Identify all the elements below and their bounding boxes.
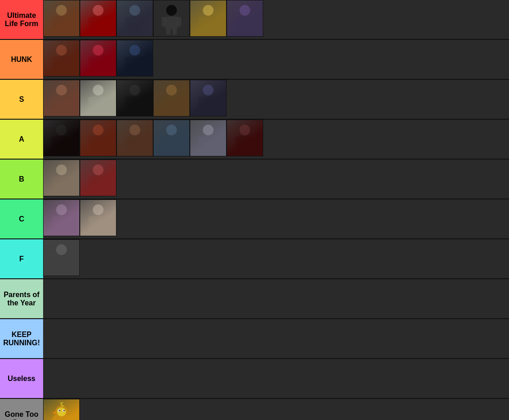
tier-content-b xyxy=(43,160,509,199)
svg-rect-118 xyxy=(239,148,244,155)
char-slot[interactable] xyxy=(80,40,116,77)
svg-rect-2 xyxy=(52,17,56,27)
tier-content-f xyxy=(43,239,509,278)
svg-rect-115 xyxy=(238,136,251,149)
svg-rect-142 xyxy=(93,228,97,234)
svg-point-54 xyxy=(56,85,66,95)
char-slot[interactable] xyxy=(227,0,263,37)
svg-rect-98 xyxy=(125,137,130,146)
char-slot[interactable] xyxy=(116,80,153,116)
svg-rect-89 xyxy=(62,148,67,155)
svg-rect-41 xyxy=(62,68,67,75)
char-slot[interactable] xyxy=(80,199,116,236)
tier-content-s xyxy=(43,80,509,119)
svg-rect-51 xyxy=(140,57,145,66)
svg-rect-131 xyxy=(99,188,104,194)
svg-point-132 xyxy=(56,204,66,215)
svg-rect-109 xyxy=(202,136,214,149)
char-slot[interactable] xyxy=(153,0,190,37)
svg-rect-123 xyxy=(67,177,72,186)
svg-rect-45 xyxy=(104,57,108,66)
svg-rect-117 xyxy=(250,137,255,146)
svg-rect-122 xyxy=(52,177,56,186)
char-slot[interactable] xyxy=(116,120,153,156)
svg-rect-116 xyxy=(235,137,240,146)
svg-rect-81 xyxy=(214,97,218,106)
char-slot[interactable] xyxy=(190,120,227,156)
svg-rect-99 xyxy=(140,137,145,146)
svg-rect-62 xyxy=(89,97,93,106)
svg-rect-9 xyxy=(104,17,108,27)
svg-rect-43 xyxy=(92,56,104,69)
char-slot[interactable] xyxy=(80,0,116,37)
char-slot[interactable] xyxy=(116,40,153,77)
svg-rect-26 xyxy=(199,17,203,27)
char-slot[interactable] xyxy=(43,199,80,236)
char-slot[interactable] xyxy=(190,80,227,116)
svg-rect-70 xyxy=(129,108,134,115)
tier-label-ultimate: Ultimate Life Form xyxy=(0,0,43,39)
char-slot[interactable] xyxy=(116,0,153,37)
svg-rect-52 xyxy=(129,68,134,75)
svg-rect-64 xyxy=(93,108,97,115)
svg-rect-1 xyxy=(55,17,67,29)
char-slot[interactable] xyxy=(80,120,116,156)
tier-content-ultimate xyxy=(43,0,509,39)
svg-point-144 xyxy=(56,244,66,255)
tier-label-useless: Useless xyxy=(0,359,43,398)
svg-point-24 xyxy=(203,5,213,16)
svg-rect-112 xyxy=(203,148,207,155)
char-slot[interactable] xyxy=(153,80,190,116)
char-slot[interactable] xyxy=(43,40,80,77)
svg-rect-67 xyxy=(128,96,141,109)
svg-rect-97 xyxy=(128,136,141,149)
char-slot[interactable] xyxy=(227,120,263,156)
char-slot[interactable] xyxy=(80,80,116,116)
svg-rect-33 xyxy=(250,17,255,27)
char-slot[interactable] xyxy=(43,80,80,116)
char-slot[interactable] xyxy=(43,120,80,156)
tier-content-useless xyxy=(43,359,509,398)
svg-rect-104 xyxy=(162,137,166,146)
svg-rect-71 xyxy=(136,108,140,115)
char-slot[interactable] xyxy=(43,239,80,276)
svg-point-152 xyxy=(57,408,66,417)
svg-point-156 xyxy=(59,410,61,411)
char-slot[interactable] xyxy=(80,160,116,196)
svg-rect-56 xyxy=(52,97,56,106)
svg-rect-105 xyxy=(177,137,182,146)
char-slot[interactable] xyxy=(153,120,190,156)
svg-rect-74 xyxy=(162,97,166,106)
svg-rect-86 xyxy=(52,137,56,146)
svg-rect-113 xyxy=(209,148,214,155)
svg-rect-5 xyxy=(62,28,67,35)
char-slot[interactable] xyxy=(190,0,227,37)
svg-rect-20 xyxy=(162,17,166,27)
svg-rect-82 xyxy=(203,108,207,115)
svg-rect-111 xyxy=(214,137,218,146)
char-slot[interactable] xyxy=(43,0,80,37)
tier-label-c: C xyxy=(0,199,43,238)
tier-row-parents: Parents of the Year xyxy=(0,279,509,319)
svg-rect-106 xyxy=(166,148,171,155)
svg-rect-128 xyxy=(89,177,93,186)
svg-rect-38 xyxy=(52,57,56,66)
svg-rect-94 xyxy=(93,148,97,155)
svg-point-108 xyxy=(203,125,213,135)
svg-point-78 xyxy=(203,85,213,95)
tier-content-c xyxy=(43,199,509,238)
svg-rect-65 xyxy=(99,108,104,115)
svg-point-0 xyxy=(56,5,66,16)
svg-point-84 xyxy=(56,125,66,135)
svg-rect-49 xyxy=(128,56,141,69)
char-slot[interactable] xyxy=(43,160,80,196)
svg-rect-21 xyxy=(177,17,182,27)
svg-rect-75 xyxy=(177,97,182,106)
svg-rect-85 xyxy=(55,136,67,149)
svg-rect-88 xyxy=(56,148,61,155)
svg-rect-58 xyxy=(56,108,61,115)
svg-rect-15 xyxy=(140,17,145,27)
svg-rect-148 xyxy=(56,268,61,274)
char-slot[interactable] xyxy=(43,399,80,420)
svg-rect-129 xyxy=(104,177,108,186)
